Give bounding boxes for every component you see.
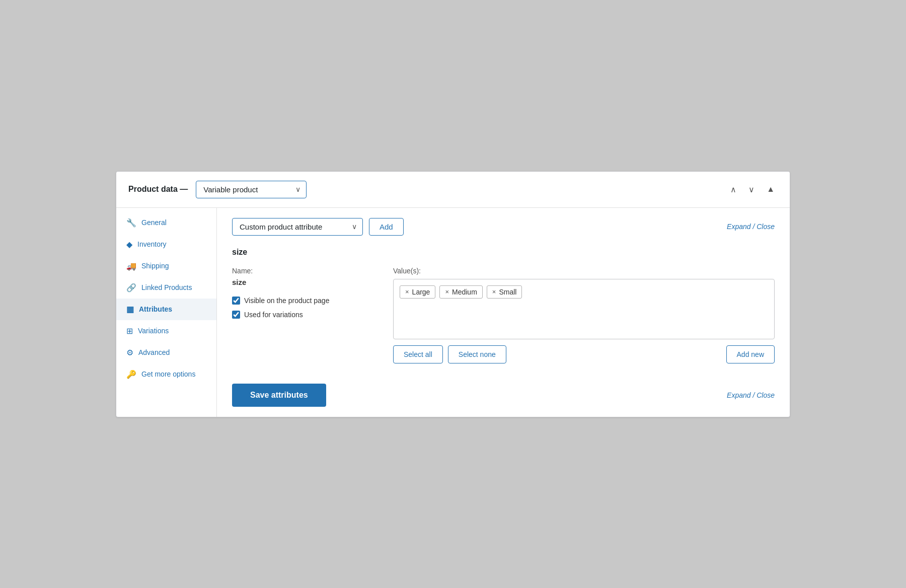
gear-icon: ⚙	[126, 348, 133, 357]
sidebar-item-shipping[interactable]: 🚚 Shipping	[116, 255, 216, 277]
panel-header: Product data — Variable product ∧ ∨ ▲	[116, 172, 790, 208]
variations-label[interactable]: Used for variations	[244, 311, 303, 319]
sidebar-label-general: General	[141, 218, 167, 227]
key-icon: 🔑	[126, 370, 136, 379]
values-label: Value(s):	[393, 267, 775, 275]
wrench-icon: 🔧	[126, 218, 136, 228]
footer-row: Save attributes Expand / Close	[232, 379, 775, 407]
sidebar-item-linked-products[interactable]: 🔗 Linked Products	[116, 277, 216, 299]
expand-button[interactable]: ▲	[764, 183, 778, 196]
expand-close-top-label: Expand / Close	[727, 223, 775, 231]
sidebar: 🔧 General ◆ Inventory 🚚 Shipping 🔗 Linke…	[116, 208, 217, 417]
visible-checkbox[interactable]	[232, 297, 240, 305]
attribute-dropdown-wrapper[interactable]: Custom product attribute	[232, 218, 363, 236]
expand-close-top[interactable]: Expand / Close	[727, 223, 775, 231]
select-all-button[interactable]: Select all	[393, 345, 443, 363]
sidebar-item-get-more-options[interactable]: 🔑 Get more options	[116, 363, 216, 385]
panel-body: 🔧 General ◆ Inventory 🚚 Shipping 🔗 Linke…	[116, 208, 790, 417]
product-type-wrapper[interactable]: Variable product	[196, 181, 307, 198]
value-tag-small-label: Small	[499, 288, 516, 296]
value-tag-medium: × Medium	[439, 285, 482, 299]
variations-checkbox-row: Used for variations	[232, 311, 373, 319]
visible-label[interactable]: Visible on the product page	[244, 297, 329, 305]
attribute-name-heading: size	[232, 248, 775, 257]
attribute-dropdown[interactable]: Custom product attribute	[232, 218, 363, 236]
collapse-down-button[interactable]: ∨	[745, 183, 758, 196]
add-attribute-button[interactable]: Add	[369, 218, 404, 236]
link-icon: 🔗	[126, 283, 136, 292]
remove-large-icon[interactable]: ×	[405, 288, 409, 296]
sidebar-label-get-more-options: Get more options	[141, 370, 195, 378]
sidebar-label-variations: Variations	[138, 327, 169, 335]
panel-title: Product data —	[128, 185, 188, 194]
variations-checkbox[interactable]	[232, 311, 240, 319]
sidebar-item-attributes[interactable]: ▦ Attributes	[116, 299, 216, 320]
name-value: size	[232, 278, 373, 286]
form-right: Value(s): × Large × Medium × Small	[393, 267, 775, 363]
sidebar-item-variations[interactable]: ⊞ Variations	[116, 320, 216, 342]
attribute-select-wrapper: Custom product attribute Add	[232, 218, 404, 236]
value-tag-large: × Large	[400, 285, 435, 299]
product-data-panel: Product data — Variable product ∧ ∨ ▲ 🔧 …	[116, 171, 790, 417]
form-left: Name: size Visible on the product page U…	[232, 267, 373, 325]
value-tag-medium-label: Medium	[452, 288, 477, 296]
sidebar-item-inventory[interactable]: ◆ Inventory	[116, 234, 216, 255]
variations-icon: ⊞	[126, 326, 133, 336]
visible-checkbox-row: Visible on the product page	[232, 297, 373, 305]
sidebar-label-advanced: Advanced	[138, 348, 170, 356]
add-new-button[interactable]: Add new	[726, 345, 775, 363]
sidebar-label-linked-products: Linked Products	[141, 283, 192, 291]
sidebar-item-general[interactable]: 🔧 General	[116, 212, 216, 234]
attribute-form: Name: size Visible on the product page U…	[232, 267, 775, 363]
sidebar-label-shipping: Shipping	[141, 262, 169, 270]
save-attributes-button[interactable]: Save attributes	[232, 384, 326, 407]
attribute-header: Custom product attribute Add Expand / Cl…	[232, 218, 775, 236]
remove-medium-icon[interactable]: ×	[445, 288, 449, 296]
truck-icon: 🚚	[126, 261, 136, 271]
header-controls: ∧ ∨ ▲	[727, 183, 778, 196]
select-none-button[interactable]: Select none	[448, 345, 506, 363]
product-type-select[interactable]: Variable product	[196, 181, 307, 198]
collapse-up-button[interactable]: ∧	[727, 183, 739, 196]
main-content: Custom product attribute Add Expand / Cl…	[217, 208, 790, 417]
value-tag-small: × Small	[487, 285, 522, 299]
grid-icon: ▦	[126, 305, 134, 314]
remove-small-icon[interactable]: ×	[492, 288, 496, 296]
values-box: × Large × Medium × Small	[393, 279, 775, 339]
name-label: Name:	[232, 267, 373, 275]
sidebar-label-inventory: Inventory	[137, 240, 167, 248]
expand-close-bottom-label: Expand / Close	[727, 391, 775, 399]
expand-close-bottom[interactable]: Expand / Close	[727, 391, 775, 399]
values-actions: Select all Select none Add new	[393, 345, 775, 363]
sidebar-item-advanced[interactable]: ⚙ Advanced	[116, 342, 216, 363]
value-tag-large-label: Large	[412, 288, 430, 296]
diamond-icon: ◆	[126, 240, 132, 249]
sidebar-label-attributes: Attributes	[139, 305, 172, 313]
